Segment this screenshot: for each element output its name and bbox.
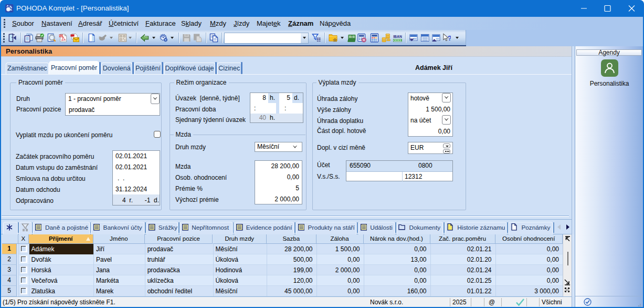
svg-text:IBAN: IBAN	[393, 35, 402, 38]
svg-text:?: ?	[448, 34, 451, 42]
svg-text:PDF: PDF	[59, 35, 63, 37]
